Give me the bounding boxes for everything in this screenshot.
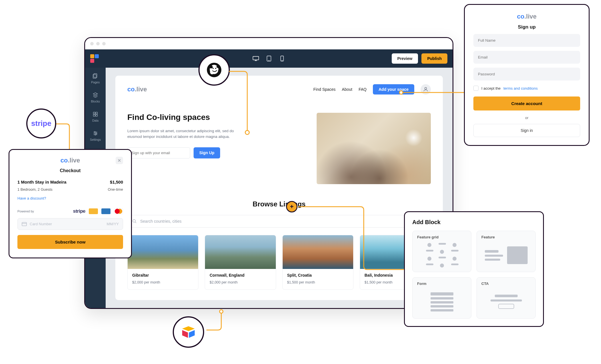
sidenav-pages[interactable]: Pages: [90, 72, 101, 85]
hero-image: [317, 113, 431, 184]
stripe-integration-icon: stripe: [26, 108, 56, 138]
listing-title: Split, Croatia: [287, 273, 349, 277]
builder-topbar: Preview Publish: [85, 49, 453, 68]
listing-card[interactable]: Gibraltar $2,000 per month: [127, 235, 198, 290]
airtable-icon: [181, 325, 196, 339]
listing-card[interactable]: Cornwall, England $2,000 per month: [205, 235, 276, 290]
terms-row: I accept the terms and conditions: [473, 86, 580, 91]
checkout-price: $1,500: [110, 180, 123, 184]
block-option-feature[interactable]: Feature: [477, 231, 536, 272]
svg-point-13: [95, 134, 96, 135]
device-desktop-icon[interactable]: [252, 56, 259, 61]
sidenav-settings[interactable]: Settings: [89, 129, 102, 142]
publish-button[interactable]: Publish: [421, 53, 447, 64]
stripe-wordmark: stripe: [73, 208, 85, 214]
site-logo: co.live: [127, 86, 147, 93]
checkout-frequency: One-time: [108, 187, 123, 192]
listing-card[interactable]: Split, Croatia $1,500 per month: [282, 235, 353, 290]
card-number-input[interactable]: Card Number MM/YY: [17, 218, 123, 230]
subscribe-button[interactable]: Subscribe now: [17, 235, 123, 249]
svg-rect-7: [93, 112, 95, 114]
listing-thumb: [128, 235, 198, 269]
checkout-card: co.live Checkout 1 Month Stay in Madeira…: [9, 149, 132, 258]
svg-point-4: [282, 60, 282, 61]
svg-point-2: [269, 60, 269, 61]
listings-grid: Gibraltar $2,000 per month Cornwall, Eng…: [127, 235, 431, 290]
builder-canvas: co.live Find Spaces About FAQ Add your s…: [106, 68, 453, 308]
sidenav-data[interactable]: Data: [91, 110, 100, 123]
checkout-close-button[interactable]: [116, 157, 123, 164]
profile-avatar[interactable]: [421, 84, 431, 94]
sidenav-settings-label: Settings: [90, 138, 101, 141]
nav-about[interactable]: About: [342, 87, 352, 92]
logo-co: co: [61, 157, 68, 164]
logo-live: .live: [135, 86, 147, 93]
block-option-feature-grid[interactable]: Feature grid: [412, 231, 471, 272]
add-your-space-button[interactable]: Add your space: [373, 84, 414, 94]
amex-icon: [101, 208, 110, 214]
sidenav-blocks-label: Blocks: [91, 100, 100, 103]
device-mobile-icon[interactable]: [279, 56, 286, 61]
svg-point-15: [133, 220, 135, 222]
sign-in-button[interactable]: Sign in: [473, 124, 580, 137]
builder-logo: [90, 54, 99, 63]
listing-thumb: [205, 235, 276, 269]
svg-point-14: [425, 87, 427, 89]
mastercard-icon: [114, 208, 123, 214]
logo-co: co: [127, 86, 135, 93]
checkout-title: Checkout: [17, 168, 123, 173]
site-preview: co.live Find Spaces About FAQ Add your s…: [115, 76, 443, 300]
svg-rect-10: [96, 114, 97, 116]
logo-live: .live: [68, 157, 80, 164]
svg-point-21: [212, 68, 214, 69]
svg-rect-17: [22, 222, 27, 226]
airtable-integration-icon: [173, 316, 204, 348]
password-input[interactable]: [473, 68, 580, 81]
terms-link[interactable]: terms and conditions: [503, 86, 538, 91]
listing-title: Gibraltar: [132, 273, 194, 277]
svg-point-12: [96, 133, 97, 134]
svg-point-20: [210, 70, 214, 74]
hero-title: Find Co-living spaces: [127, 113, 300, 122]
browse-title: Browse Listings: [127, 200, 431, 208]
signup-logo: co.live: [473, 13, 580, 20]
builder-window: Preview Publish Pages Blocks Data: [84, 37, 453, 309]
block-option-form[interactable]: Form: [412, 277, 471, 319]
nav-find-spaces[interactable]: Find Spaces: [313, 87, 336, 92]
card-exp-placeholder: MM/YY: [106, 222, 119, 226]
terms-checkbox[interactable]: [473, 86, 479, 91]
svg-rect-8: [96, 112, 97, 114]
svg-rect-9: [93, 114, 95, 116]
hero-email-input[interactable]: [127, 147, 190, 158]
discount-link[interactable]: Have a discount?: [17, 196, 123, 200]
create-account-button[interactable]: Create account: [473, 96, 580, 110]
block-option-cta[interactable]: CTA: [477, 277, 536, 319]
add-block-title: Add Block: [412, 219, 536, 226]
device-switcher: [252, 56, 286, 61]
sidenav-blocks[interactable]: Blocks: [90, 91, 101, 104]
device-tablet-icon[interactable]: [266, 56, 272, 61]
listings-search[interactable]: Search countries, cities: [127, 215, 431, 228]
block-option-label: CTA: [481, 281, 531, 286]
site-nav: Find Spaces About FAQ Add your space: [313, 84, 431, 94]
mailchimp-integration-icon: [198, 54, 230, 86]
listing-price: $1,500 per month: [287, 280, 349, 284]
listings-search-placeholder: Search countries, cities: [140, 219, 182, 224]
nav-faq[interactable]: FAQ: [359, 87, 367, 92]
preview-button[interactable]: Preview: [392, 53, 418, 64]
logo-co: co: [517, 13, 524, 20]
hero-signup-button[interactable]: Sign Up: [194, 147, 220, 158]
powered-by-row: Powered by stripe: [17, 208, 123, 214]
add-block-panel: Add Block Feature grid Feature Form CTA: [404, 211, 544, 327]
fullname-input[interactable]: [473, 34, 580, 47]
site-header: co.live Find Spaces About FAQ Add your s…: [127, 84, 431, 94]
signup-title: Sign up: [473, 24, 580, 30]
add-block-trigger[interactable]: +: [286, 201, 298, 212]
svg-point-23: [209, 66, 213, 69]
hero-section: Find Co-living spaces Lorem ipsum dolor …: [127, 113, 431, 184]
email-input[interactable]: [473, 51, 580, 64]
sidenav-data-label: Data: [92, 119, 99, 122]
svg-point-26: [220, 310, 223, 313]
listing-thumb: [283, 235, 353, 269]
card-placeholder: Card Number: [30, 222, 52, 226]
